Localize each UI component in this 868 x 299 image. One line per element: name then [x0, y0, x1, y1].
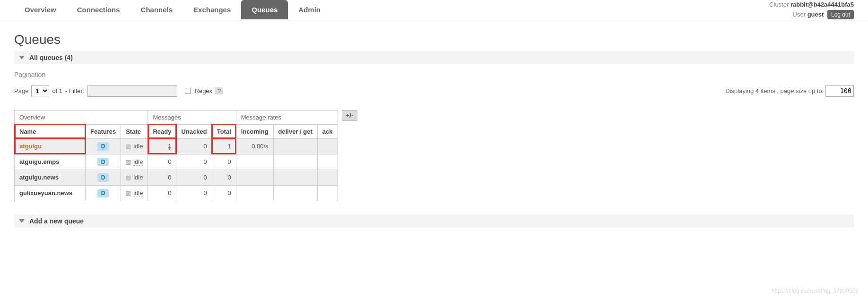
cluster-info: Cluster rabbit@b42a4441bfa5	[769, 0, 854, 10]
total-value: 0	[212, 170, 236, 185]
deliver-value	[273, 138, 317, 154]
user-info: User guest Log out	[769, 10, 854, 20]
incoming-value: 0.00/s	[236, 138, 273, 154]
regex-label: Regex	[195, 87, 213, 94]
state-dot-icon	[126, 176, 130, 180]
pagination-heading: Pagination	[14, 71, 854, 78]
ack-value	[317, 185, 338, 201]
tab-overview[interactable]: Overview	[14, 0, 67, 19]
page-of: of 1	[52, 87, 62, 94]
tab-connections[interactable]: Connections	[67, 0, 130, 19]
state-dot-icon	[126, 160, 130, 165]
tab-queues[interactable]: Queues	[241, 0, 288, 19]
col-name[interactable]: Name	[15, 124, 86, 138]
durable-badge: D	[97, 189, 109, 197]
queue-link[interactable]: atguigu	[19, 143, 42, 150]
unacked-value: 0	[176, 138, 212, 154]
incoming-value	[236, 185, 273, 201]
group-overview: Overview	[15, 110, 148, 124]
ready-value: 0	[148, 185, 176, 201]
col-total[interactable]: Total	[212, 124, 236, 138]
durable-badge: D	[97, 173, 109, 182]
col-features[interactable]: Features	[86, 124, 121, 138]
logout-button[interactable]: Log out	[827, 10, 854, 19]
unacked-value: 0	[176, 154, 212, 170]
total-value: 1	[212, 138, 236, 154]
regex-help-icon[interactable]: ?	[215, 87, 223, 94]
tab-admin[interactable]: Admin	[288, 0, 331, 19]
total-value: 0	[212, 185, 236, 201]
queue-link[interactable]: atguigu.emps	[19, 158, 60, 165]
queues-table: Overview Messages Message rates Name Fea…	[14, 110, 338, 201]
ready-value: 0	[148, 154, 176, 170]
table-row: atguigu.news D idle 0 0 0	[15, 170, 338, 185]
incoming-value	[236, 170, 273, 185]
deliver-value	[273, 154, 317, 170]
unacked-value: 0	[176, 170, 212, 185]
queue-link[interactable]: atguigu.news	[19, 174, 59, 181]
pagesize-input[interactable]	[825, 85, 854, 97]
durable-badge: D	[97, 142, 109, 151]
queue-link[interactable]: gulixueyuan.news	[19, 189, 72, 196]
filter-label: - Filter:	[65, 87, 84, 94]
deliver-value	[273, 185, 317, 201]
deliver-value	[273, 170, 317, 185]
ack-value	[317, 170, 338, 185]
state-dot-icon	[126, 145, 130, 149]
ready-value: 0	[148, 170, 176, 185]
ack-value	[317, 138, 338, 154]
col-unacked[interactable]: Unacked	[176, 124, 212, 138]
col-ready[interactable]: Ready	[148, 124, 176, 138]
col-deliver[interactable]: deliver / get	[273, 124, 317, 138]
state-text: idle	[133, 158, 143, 166]
ack-value	[317, 154, 338, 170]
page-select[interactable]: 1	[31, 85, 49, 96]
state-dot-icon	[126, 191, 130, 196]
add-queue-section[interactable]: Add a new queue	[14, 214, 854, 228]
group-messages: Messages	[148, 110, 236, 124]
total-value: 0	[212, 154, 236, 170]
page-title: Queues	[14, 32, 854, 47]
table-row: gulixueyuan.news D idle 0 0 0	[15, 185, 338, 201]
tab-channels[interactable]: Channels	[130, 0, 183, 19]
state-text: idle	[133, 189, 143, 197]
col-state[interactable]: State	[121, 124, 148, 138]
chevron-down-icon	[19, 56, 25, 60]
chevron-down-icon	[19, 219, 25, 223]
display-summary: Displaying 4 items , page size up to:	[725, 87, 824, 94]
page-label: Page	[14, 87, 28, 94]
durable-badge: D	[97, 158, 109, 166]
unacked-value: 0	[176, 185, 212, 201]
ready-value: 1	[168, 143, 171, 150]
columns-toggle-button[interactable]: +/-	[342, 110, 358, 121]
incoming-value	[236, 154, 273, 170]
col-ack[interactable]: ack	[317, 124, 338, 138]
state-text: idle	[133, 143, 143, 150]
regex-checkbox[interactable]	[185, 88, 191, 94]
state-text: idle	[133, 174, 143, 181]
table-row: atguigu.emps D idle 0 0 0	[15, 154, 338, 170]
tab-exchanges[interactable]: Exchanges	[183, 0, 241, 19]
main-tabs: Overview Connections Channels Exchanges …	[14, 0, 331, 19]
all-queues-section[interactable]: All queues (4)	[14, 51, 854, 64]
col-incoming[interactable]: incoming	[236, 124, 273, 138]
table-row: atguigu D idle 1 0 1 0.00/s	[15, 138, 338, 154]
group-rates: Message rates	[236, 110, 338, 124]
filter-input[interactable]	[87, 85, 177, 97]
